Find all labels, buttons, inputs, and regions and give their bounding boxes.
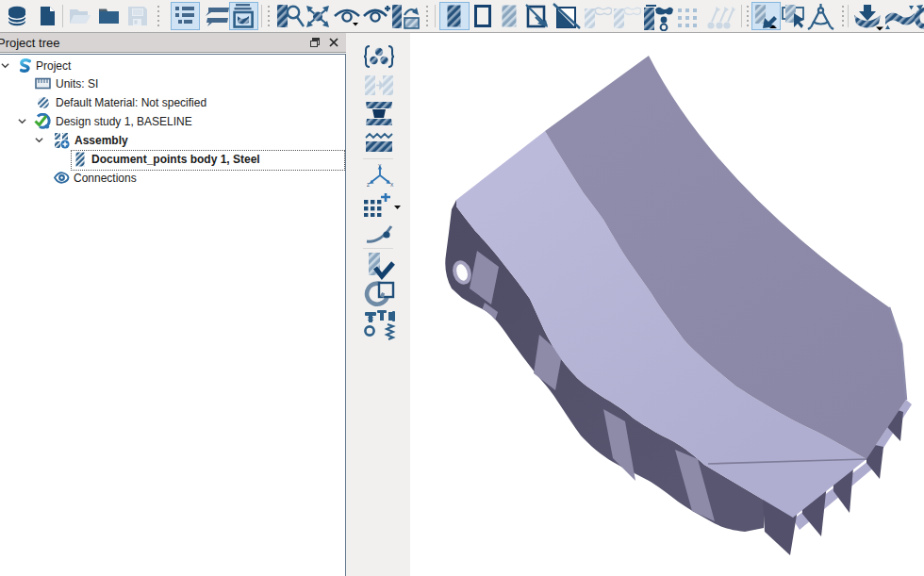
svg-text:Y: Y bbox=[378, 164, 382, 169]
svg-text:Z: Z bbox=[367, 182, 370, 188]
svg-text:X: X bbox=[390, 182, 394, 188]
